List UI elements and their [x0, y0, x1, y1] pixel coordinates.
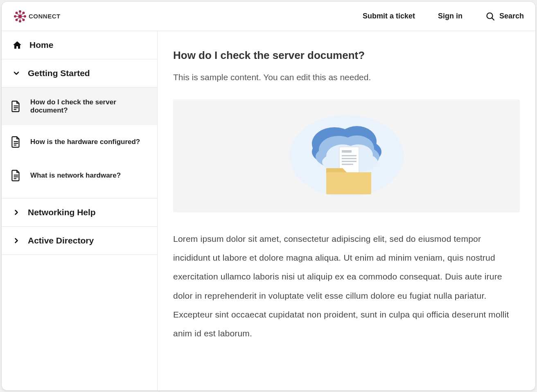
sidebar-subitem-label: How do I check the server document? — [30, 98, 148, 115]
document-icon — [11, 169, 21, 182]
sidebar-item-home[interactable]: Home — [2, 31, 157, 59]
brand-name: CONNECT — [29, 13, 61, 20]
sidebar-subitem-network-hardware[interactable]: What is network hardware? — [2, 159, 157, 198]
article-intro: This is sample content. You can edit thi… — [173, 72, 520, 82]
search-icon — [485, 11, 495, 21]
chevron-right-icon — [12, 208, 20, 216]
article-hero-image — [173, 99, 520, 212]
search-button[interactable]: Search — [485, 11, 524, 21]
svg-rect-40 — [342, 155, 356, 156]
main-content: How do I check the server document? This… — [158, 31, 535, 390]
header-right: Submit a ticket Sign in Search — [363, 11, 524, 21]
svg-rect-39 — [342, 150, 352, 153]
sidebar-item-active-directory[interactable]: Active Directory — [2, 227, 157, 255]
article-title: How do I check the server document? — [173, 49, 520, 62]
svg-line-10 — [20, 13, 24, 16]
document-icon — [11, 100, 21, 113]
submit-ticket-link[interactable]: Submit a ticket — [363, 12, 415, 20]
sidebar-item-label: Networking Help — [28, 207, 96, 217]
svg-line-14 — [17, 16, 20, 20]
sidebar-subitem-check-server-document[interactable]: How do I check the server document? — [2, 87, 157, 125]
sidebar-item-label: Getting Started — [28, 68, 90, 78]
svg-line-18 — [492, 18, 494, 20]
sidebar-item-label: Active Directory — [28, 236, 94, 246]
cloud-folder-icon — [285, 111, 408, 201]
sidebar: Home Getting Started — [2, 31, 158, 390]
sidebar-subitem-hardware-configured[interactable]: How is the hardware configured? — [2, 125, 157, 159]
svg-line-16 — [17, 13, 20, 16]
chevron-down-icon — [12, 69, 20, 77]
svg-rect-41 — [342, 158, 356, 159]
sidebar-subitem-label: How is the hardware configured? — [30, 138, 140, 146]
article-body: Lorem ipsum dolor sit amet, consectetur … — [173, 230, 520, 343]
sidebar-item-networking-help[interactable]: Networking Help — [2, 198, 157, 227]
svg-rect-43 — [342, 164, 353, 165]
brand-logo-icon — [13, 9, 27, 23]
home-icon — [12, 40, 22, 50]
document-icon — [11, 136, 21, 148]
sidebar-subitems: How do I check the server document? How … — [2, 87, 157, 198]
svg-rect-44 — [326, 172, 371, 194]
header: CONNECT Submit a ticket Sign in Search — [2, 2, 535, 31]
brand[interactable]: CONNECT — [13, 9, 61, 23]
search-label: Search — [499, 12, 524, 20]
svg-line-12 — [20, 16, 24, 20]
svg-rect-42 — [342, 161, 356, 162]
sidebar-item-label: Home — [29, 40, 53, 50]
chevron-right-icon — [12, 237, 20, 245]
sidebar-subitem-label: What is network hardware? — [30, 171, 121, 180]
sign-in-link[interactable]: Sign in — [438, 12, 463, 20]
sidebar-item-getting-started[interactable]: Getting Started — [2, 59, 157, 87]
